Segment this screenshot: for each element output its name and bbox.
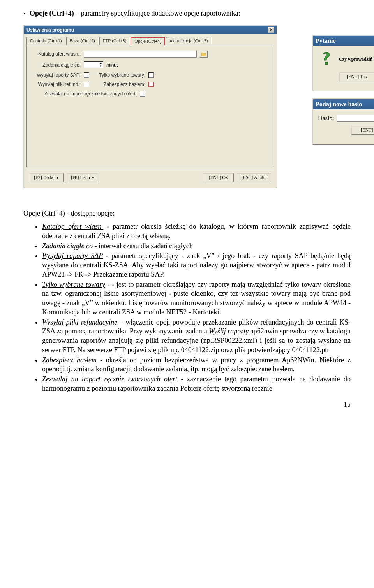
list-item: Zabezpiecz hasłem - określa on poziom be… — [42, 356, 351, 374]
list-item: Wysyłaj raporty SAP - parametr specyfiku… — [42, 251, 351, 279]
list-item: Wysyłaj pliki refundacyjne – włączenie o… — [42, 318, 351, 355]
bullet-dot: · — [23, 9, 26, 18]
button-anuluj[interactable]: [ESC] Anuluj — [237, 173, 271, 182]
page-heading: · Opcje (Ctrl+4) – parametry specyfikują… — [23, 8, 351, 18]
tab-baza[interactable]: Baza (Ctrl+2) — [66, 37, 99, 45]
folder-icon — [201, 52, 206, 56]
dialog-nowe-haslo: Podaj nowe hasło × Hasło: [ENT] OK [ESC]… — [312, 98, 374, 145]
chevron-down-icon: ▼ — [92, 176, 95, 180]
checkbox-import-ofert[interactable] — [140, 91, 145, 97]
tab-panel-opcje: Katalog ofert własn.: Zadania ciągłe co:… — [26, 45, 274, 167]
label-katalog: Katalog ofert własn.: — [31, 51, 81, 57]
heading-rest: – parametry specyfikujące dodatkowe opcj… — [74, 9, 240, 17]
tab-aktualizacja[interactable]: Aktualizacja (Ctrl+5) — [166, 37, 212, 45]
button-dodaj[interactable]: [F2] Dodaj▼ — [30, 173, 64, 182]
tab-ftp[interactable]: FTP (Ctrl+3) — [99, 37, 130, 45]
section-subtitle: Opcje (Ctrl+4) - dostępne opcje: — [23, 209, 351, 218]
list-item: Zadania ciągłe co - interwał czasu dla z… — [42, 242, 351, 251]
list-item: Katalog ofert własn. - parametr określa … — [42, 222, 351, 241]
settings-title-bar: Ustawienia programu × — [24, 26, 277, 34]
dialog-pytanie-text: Czy wprowadziń hasło zabezpieczające? — [339, 56, 374, 62]
settings-window: Ustawienia programu × Centrala (Ctrl+1) … — [23, 25, 277, 188]
term-sap: Wysyłaj raporty SAP — [42, 252, 103, 260]
label-minut: minut — [106, 62, 118, 68]
heading-bold-part: Opcje (Ctrl+4) — [30, 9, 74, 17]
italic-wyslij-raporty: Wyślij raporty — [209, 327, 249, 335]
question-icon — [318, 51, 333, 67]
button-haslo-ok[interactable]: [ENT] OK — [351, 126, 374, 135]
tab-strip: Centrala (Ctrl+1) Baza (Ctrl+2) FTP (Ctr… — [24, 34, 277, 45]
checkbox-zabezpiecz-haslem[interactable] — [148, 82, 154, 87]
screenshot-composite: Ustawienia programu × Centrala (Ctrl+1) … — [23, 25, 358, 188]
tab-opcje[interactable]: Opcje (Ctrl+4) — [131, 37, 165, 45]
term-towary: Tylko wybrane towary — [42, 281, 105, 288]
dialog-stack: Pytanie × Czy wprowadziń hasło zabezpiec… — [312, 35, 374, 152]
dialog-pytanie-title-bar: Pytanie × — [313, 36, 374, 46]
tab-centrala[interactable]: Centrala (Ctrl+1) — [26, 37, 65, 45]
desc-zadania: - interwał czasu dla zadań ciągłych — [94, 242, 192, 250]
button-usun[interactable]: [F8] Usuń▼ — [67, 173, 99, 182]
settings-window-title: Ustawienia programu — [26, 27, 74, 33]
checkbox-sap[interactable] — [84, 72, 89, 78]
label-import: Zezwalaj na import ręcznie tworzonych of… — [39, 91, 137, 97]
list-item: Zezwalaj na import ręcznie tworzonych of… — [42, 375, 351, 393]
dialog-pytanie: Pytanie × Czy wprowadziń hasło zabezpiec… — [312, 35, 374, 91]
close-icon[interactable]: × — [268, 27, 274, 33]
bullet-list: Katalog ofert własn. - parametr określa … — [23, 222, 351, 393]
button-ok[interactable]: [ENT] Ok — [203, 173, 234, 182]
label-haslo-field: Hasło: — [318, 115, 334, 122]
browse-folder-button[interactable] — [200, 51, 208, 58]
term-import: Zezwalaj na import ręcznie tworzonych of… — [42, 375, 181, 383]
term-zadania: Zadania ciągłe co — [42, 242, 94, 250]
page-number: 15 — [23, 400, 351, 409]
label-haslo: Zabezpiecz hasłem: — [92, 82, 145, 87]
checkbox-refund[interactable] — [84, 82, 89, 87]
settings-button-bar: [F2] Dodaj▼ [F8] Usuń▼ [ENT] Ok [ESC] An… — [26, 170, 274, 185]
dialog-haslo-title: Podaj nowe hasło — [316, 101, 362, 108]
dialog-pytanie-title: Pytanie — [316, 37, 336, 44]
dialog-haslo-title-bar: Podaj nowe hasło × — [313, 99, 374, 109]
label-wybrane: Tylko wybrane towary: — [92, 72, 145, 78]
checkbox-wybrane-towary[interactable] — [148, 72, 154, 78]
chevron-down-icon: ▼ — [56, 176, 59, 180]
label-zadania: Zadania ciągłe co: — [31, 62, 81, 68]
list-item: Tylko wybrane towary - - jest to paramet… — [42, 280, 351, 317]
term-refund: Wysyłaj pliki refundacyjne — [42, 318, 117, 326]
label-sap: Wysyłaj raporty SAP: — [31, 72, 81, 78]
label-refund: Wysyłaj pliki refund.: — [31, 82, 81, 87]
input-katalog-ofert[interactable] — [84, 51, 197, 58]
term-haslo: Zabezpiecz hasłem — [42, 356, 100, 364]
input-nowe-haslo[interactable] — [337, 115, 374, 122]
button-tak[interactable]: [ENT] Tak — [339, 72, 374, 81]
term-katalog: Katalog ofert własn. — [42, 223, 103, 230]
input-zadania-interval[interactable] — [84, 61, 103, 68]
